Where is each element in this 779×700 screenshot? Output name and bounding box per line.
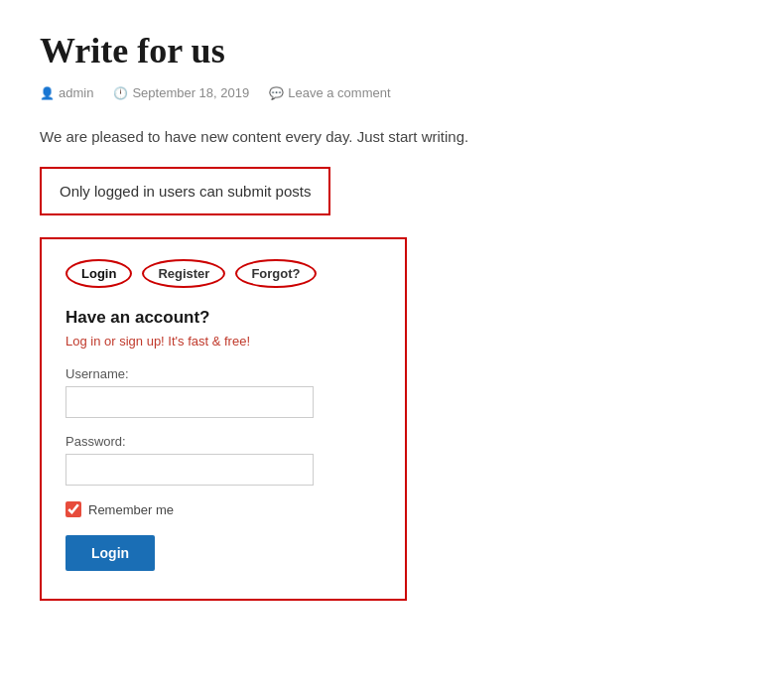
username-input[interactable]: [65, 386, 314, 418]
comment-link[interactable]: Leave a comment: [288, 85, 390, 100]
author-name: admin: [59, 85, 93, 100]
tab-register[interactable]: Register: [142, 259, 225, 288]
tab-forgot[interactable]: Forgot?: [235, 259, 316, 288]
meta-row: 👤 admin 🕛 September 18, 2019 💬 Leave a c…: [40, 85, 739, 100]
comment-icon: 💬: [269, 86, 284, 100]
clock-icon: 🕛: [113, 86, 128, 100]
tabs-row: Login Register Forgot?: [65, 259, 381, 288]
page-title: Write for us: [40, 30, 739, 71]
username-label: Username:: [65, 366, 381, 381]
password-input[interactable]: [65, 454, 314, 486]
remember-checkbox[interactable]: [65, 501, 81, 517]
meta-date: 🕛 September 18, 2019: [113, 85, 249, 100]
notice-box: Only logged in users can submit posts: [40, 167, 330, 215]
tab-login[interactable]: Login: [65, 259, 132, 288]
login-container: Login Register Forgot? Have an account? …: [40, 237, 407, 601]
remember-row: Remember me: [65, 501, 381, 517]
form-title: Have an account?: [65, 308, 381, 328]
form-subtitle: Log in or sign up! It's fast & free!: [65, 334, 381, 349]
intro-text: We are pleased to have new content every…: [40, 128, 739, 145]
author-icon: 👤: [40, 86, 55, 100]
password-label: Password:: [65, 434, 381, 449]
post-date: September 18, 2019: [132, 85, 249, 100]
login-button[interactable]: Login: [65, 535, 155, 571]
remember-label: Remember me: [88, 502, 174, 517]
meta-comment: 💬 Leave a comment: [269, 85, 390, 100]
meta-author: 👤 admin: [40, 85, 93, 100]
